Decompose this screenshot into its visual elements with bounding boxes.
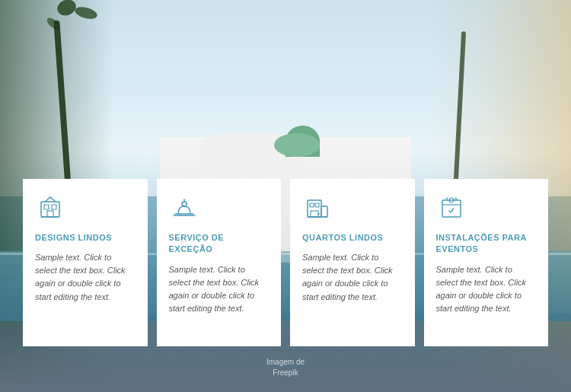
svg-rect-8 <box>321 206 327 217</box>
cards-row: DESIGNS LINDOS Sample text. Click to sel… <box>23 179 548 346</box>
card-quartos[interactable]: QUARTOS LINDOS Sample text. Click to sel… <box>290 179 415 346</box>
svg-rect-11 <box>311 211 318 217</box>
svg-point-5 <box>182 202 187 206</box>
card-4-title: INSTALAÇÕES PARA EVENTOS <box>436 232 537 256</box>
card-designs-lindos[interactable]: DESIGNS LINDOS Sample text. Click to sel… <box>23 179 148 346</box>
building-icon <box>35 193 65 223</box>
service-icon <box>169 193 199 223</box>
svg-rect-3 <box>47 211 53 217</box>
room-icon <box>302 193 333 223</box>
attribution-line1: Imagem de <box>266 357 305 368</box>
svg-rect-9 <box>310 203 314 207</box>
card-1-text: Sample text. Click to select the text bo… <box>35 251 136 303</box>
card-4-text: Sample text. Click to select the text bo… <box>436 263 537 315</box>
svg-rect-2 <box>52 205 56 209</box>
svg-rect-10 <box>315 203 319 207</box>
card-instalacoes[interactable]: INSTALAÇÕES PARA EVENTOS Sample text. Cl… <box>424 179 549 346</box>
card-servico[interactable]: SERVIÇO DE EXCEÇÃO Sample text. Click to… <box>157 179 282 346</box>
svg-rect-1 <box>44 205 49 209</box>
attribution: Imagem de Freepik <box>266 357 305 378</box>
card-1-title: DESIGNS LINDOS <box>35 232 136 244</box>
card-3-text: Sample text. Click to select the text bo… <box>302 251 403 303</box>
svg-point-12 <box>318 213 320 215</box>
hero-container: DESIGNS LINDOS Sample text. Click to sel… <box>0 0 571 392</box>
events-icon <box>436 193 467 223</box>
card-2-title: SERVIÇO DE EXCEÇÃO <box>169 232 270 256</box>
card-2-text: Sample text. Click to select the text bo… <box>169 263 270 315</box>
card-3-title: QUARTOS LINDOS <box>302 232 403 244</box>
attribution-line2: Freepik <box>266 368 305 378</box>
